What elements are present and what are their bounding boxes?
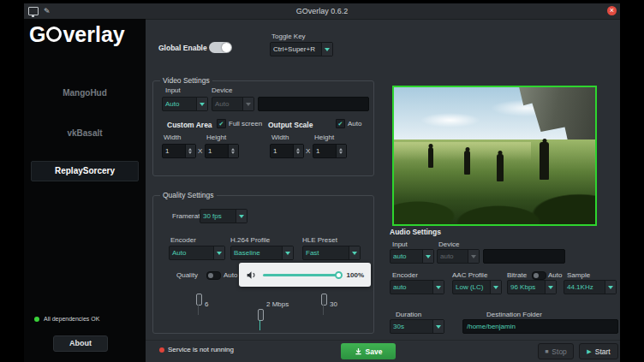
logo-text-suffix: verlay: [63, 22, 124, 46]
video-settings-group: Video Settings Input Device Auto Auto Cu…: [152, 80, 374, 176]
output-auto-checkbox-row: ✔ Auto: [336, 119, 361, 128]
destination-folder-input[interactable]: [462, 319, 618, 334]
custom-height-spinner[interactable]: 1: [205, 144, 239, 158]
chevron-down-icon[interactable]: [196, 98, 207, 110]
custom-area-label: Custom Area: [167, 121, 212, 129]
chevron-down-icon[interactable]: [605, 281, 616, 294]
play-icon: ▶: [587, 348, 591, 354]
preview-character: [464, 151, 470, 175]
video-device-label: Device: [212, 86, 232, 95]
quality-auto-toggle[interactable]: [206, 271, 221, 280]
scale-width-spinner[interactable]: 1: [270, 144, 304, 158]
scale-height-spinner[interactable]: 1: [313, 144, 347, 158]
video-device-input[interactable]: [258, 97, 369, 111]
spinner-arrows-icon[interactable]: [228, 145, 238, 157]
audio-device-label: Device: [438, 240, 459, 249]
hle-preset-value: Fast: [303, 246, 349, 259]
hle-preset-label: HLE Preset: [302, 236, 337, 245]
bitrate-select[interactable]: 96 Kbps: [507, 280, 557, 294]
chevron-down-icon[interactable]: [236, 210, 247, 223]
framerate-select[interactable]: 30 fps: [200, 209, 247, 223]
toggle-key-label: Toggle Key: [271, 33, 306, 41]
titlebar[interactable]: ✎ GOverlay 0.6.2 ×: [24, 3, 620, 20]
audio-encoder-label: Encoder: [392, 271, 418, 280]
quality-label: Quality: [176, 271, 198, 280]
audio-device-select[interactable]: auto: [437, 249, 480, 264]
aac-profile-label: AAC Profile: [452, 271, 487, 280]
chevron-down-icon[interactable]: [422, 250, 433, 263]
dependencies-ok-icon: [34, 317, 39, 322]
x-separator: X: [198, 147, 202, 156]
video-device-value: Auto: [212, 98, 242, 110]
spinner-arrows-icon[interactable]: [336, 145, 346, 157]
encoder-label: Encoder: [170, 236, 196, 245]
chevron-down-icon[interactable]: [545, 281, 556, 294]
chevron-down-icon[interactable]: [213, 246, 224, 259]
chevron-down-icon[interactable]: [349, 246, 360, 259]
chevron-down-icon[interactable]: [490, 281, 501, 294]
spinner-arrows-icon[interactable]: [185, 145, 195, 157]
audio-input-select[interactable]: auto: [390, 249, 434, 264]
aac-profile-select[interactable]: Low (LC): [452, 280, 502, 294]
game-preview-image: [392, 86, 597, 226]
sample-select[interactable]: 44.1KHz: [564, 280, 617, 294]
custom-width-value: 1: [163, 145, 185, 157]
close-button[interactable]: ×: [607, 6, 617, 15]
gear-icon: [46, 27, 62, 42]
chevron-down-icon[interactable]: [321, 43, 332, 56]
chevron-down-icon[interactable]: [282, 246, 293, 259]
bitrate-auto-toggle[interactable]: [532, 271, 546, 280]
slider-tick: [198, 305, 199, 315]
chevron-down-icon[interactable]: [468, 250, 479, 263]
output-auto-checkbox[interactable]: ✔: [336, 119, 345, 128]
sidebar-item-vkbasalt[interactable]: vkBasalt: [31, 128, 139, 138]
output-auto-label: Auto: [348, 120, 361, 128]
dependencies-status-text: All dependencies OK: [44, 316, 99, 322]
video-input-select[interactable]: Auto: [162, 97, 208, 111]
stop-button[interactable]: ■ Stop: [538, 343, 574, 359]
preview-sunlit-field: [394, 142, 531, 161]
h264-profile-value: Baseline: [231, 246, 282, 259]
h264-profile-select[interactable]: Baseline: [230, 246, 294, 260]
stop-icon: ■: [545, 348, 548, 354]
hle-preset-select[interactable]: Fast: [302, 246, 361, 260]
quality-auto-label: Auto: [224, 271, 237, 280]
audio-device-input[interactable]: [483, 249, 565, 264]
save-button[interactable]: Save: [341, 343, 396, 359]
chevron-down-icon[interactable]: [432, 320, 444, 333]
audio-encoder-select[interactable]: auto: [390, 280, 444, 294]
slider-tick: [323, 305, 324, 315]
toggle-key-select[interactable]: Ctrl+Super+R: [270, 42, 333, 56]
video-settings-title: Video Settings: [160, 76, 212, 85]
volume-slider-handle[interactable]: [335, 271, 343, 279]
custom-width-spinner[interactable]: 1: [162, 144, 196, 158]
sidebar-item-replaysorcery[interactable]: ReplaySorcery: [31, 161, 139, 181]
custom-width-label: Width: [164, 134, 181, 142]
save-button-label: Save: [366, 347, 383, 356]
global-enable-toggle[interactable]: [209, 42, 232, 53]
scale-width-value: 1: [271, 145, 293, 157]
encoder-select[interactable]: Auto: [169, 246, 225, 260]
preview-character: [540, 142, 549, 180]
about-button[interactable]: About: [53, 335, 108, 352]
sidebar-item-mangohud[interactable]: MangoHud: [31, 88, 139, 98]
start-button[interactable]: ▶ Start: [579, 343, 618, 359]
video-device-select[interactable]: Auto: [212, 97, 254, 111]
spinner-arrows-icon[interactable]: [293, 145, 303, 157]
scale-width-label: Width: [271, 134, 289, 142]
sample-value: 44.1KHz: [564, 281, 605, 294]
volume-percent: 100%: [347, 271, 364, 279]
chevron-down-icon[interactable]: [432, 281, 444, 294]
close-icon: ×: [610, 7, 614, 15]
quality-max-label: 30: [330, 300, 337, 308]
audio-settings-title: Audio Settings: [390, 228, 441, 236]
volume-slider[interactable]: [263, 274, 341, 276]
quality-slider-handle-min[interactable]: [196, 294, 202, 306]
video-input-value: Auto: [163, 98, 196, 110]
bitrate-mid-label: 2 Mbps: [266, 300, 289, 308]
chevron-down-icon[interactable]: [242, 98, 253, 110]
quality-slider-handle-max[interactable]: [321, 294, 327, 306]
full-screen-checkbox[interactable]: ✔: [217, 119, 226, 128]
duration-select[interactable]: 30s: [390, 319, 444, 334]
bitrate-slider-handle[interactable]: [258, 309, 264, 321]
